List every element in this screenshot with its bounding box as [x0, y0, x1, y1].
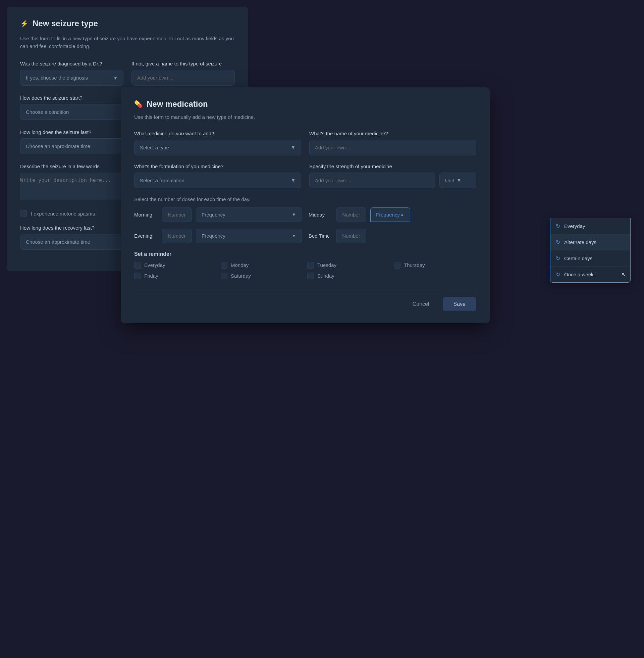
bedtime-label: Bed Time [308, 233, 332, 239]
saturday-checkbox[interactable] [221, 272, 227, 279]
med-type-select[interactable]: Select a type ▼ [134, 140, 301, 155]
certain-icon: ↻ [556, 255, 560, 262]
evening-label: Evening [134, 233, 158, 239]
medication-modal-subtitle: Use this form to manually add a new type… [134, 113, 476, 121]
med-formulation-label: What's the formulation of you medicine? [134, 163, 301, 169]
save-button[interactable]: Save [443, 297, 476, 311]
thursday-checkbox[interactable] [394, 262, 400, 268]
doses-grid: Morning Frequency ▼ Midday Frequency ▲ E… [134, 207, 476, 243]
medication-modal-title: New medication [146, 100, 208, 109]
freq-option-once[interactable]: ↻ Once a week ↖ [550, 267, 630, 282]
diagnosis-select[interactable]: If yes, choose the diagnosis ▼ [20, 70, 123, 86]
diagnosis-label: Was the seizure diagnosed by a Dr.? [20, 61, 123, 66]
morning-freq-placeholder: Frequency [202, 212, 225, 218]
evening-freq-chevron: ▼ [292, 233, 296, 238]
freq-once-label: Once a week [564, 271, 594, 277]
midday-number-input[interactable] [336, 207, 366, 222]
reminder-section: Set a reminder Everyday Monday Tuesday T… [134, 251, 476, 279]
day-monday: Monday [221, 262, 303, 268]
day-tuesday: Tuesday [307, 262, 390, 268]
thursday-label: Thursday [404, 262, 425, 268]
reminder-label: Set a reminder [134, 251, 476, 257]
med-type-label: What medicine do you want to add? [134, 131, 301, 136]
med-type-group: What medicine do you want to add? Select… [134, 131, 301, 155]
med-strength-input[interactable] [309, 173, 435, 188]
midday-freq-select[interactable]: Frequency ▲ [370, 207, 410, 222]
saturday-label: Saturday [231, 273, 251, 279]
doses-section: Select the number of doses for each time… [134, 196, 476, 243]
morning-number-input[interactable] [162, 207, 192, 222]
med-row-2: What's the formulation of you medicine? … [134, 163, 476, 188]
monday-checkbox[interactable] [221, 262, 227, 268]
everyday-checkbox[interactable] [134, 262, 141, 268]
recovery-placeholder: Choose an approximate time [26, 239, 90, 245]
morning-label: Morning [134, 212, 158, 218]
bedtime-dose-row: Bed Time [308, 228, 476, 243]
cursor-icon: ↖ [621, 271, 626, 278]
seizure-name-group: If not, give a name to this type of seiz… [132, 61, 235, 86]
days-grid: Everyday Monday Tuesday Thursday Friday … [134, 262, 476, 279]
med-name-group: What's the name of your medicine? [309, 131, 476, 155]
tuesday-checkbox[interactable] [307, 262, 314, 268]
freq-option-alternate[interactable]: ↻ Alternate days [550, 234, 630, 250]
freq-option-everyday[interactable]: ↻ Everyday [550, 218, 630, 234]
med-formulation-placeholder: Select a formulation [140, 178, 184, 183]
seizure-modal-subtitle: Use this form to fill in a new type of s… [20, 35, 235, 50]
seizure-start-placeholder: Choose a condition [26, 109, 69, 115]
midday-dose-row: Midday Frequency ▲ [308, 207, 476, 222]
med-strength-row: Unit ▼ [309, 173, 476, 188]
day-sunday: Sunday [307, 272, 390, 279]
med-strength-group: Specify the strength of your medicine Un… [309, 163, 476, 188]
spasms-checkbox[interactable] [20, 210, 27, 217]
spasms-label: I experience motoric spasms [31, 211, 95, 217]
evening-freq-select[interactable]: Frequency ▼ [196, 228, 302, 243]
evening-freq-placeholder: Frequency [202, 233, 225, 239]
med-name-input[interactable] [309, 140, 476, 155]
med-formulation-group: What's the formulation of you medicine? … [134, 163, 301, 188]
seizure-modal-title: New seizure type [32, 19, 98, 28]
freq-option-certain[interactable]: ↻ Certain days [550, 250, 630, 267]
unit-label: Unit [445, 178, 454, 183]
lightning-icon: ⚡ [20, 20, 28, 27]
midday-label: Midday [308, 212, 332, 218]
morning-freq-chevron: ▼ [292, 212, 296, 217]
med-formulation-chevron: ▼ [291, 178, 296, 183]
freq-alternate-label: Alternate days [564, 239, 596, 245]
seizure-name-label: If not, give a name to this type of seiz… [132, 61, 235, 66]
med-row-1: What medicine do you want to add? Select… [134, 131, 476, 155]
morning-dose-row: Morning Frequency ▼ [134, 207, 302, 222]
diagnosis-chevron: ▼ [113, 75, 118, 81]
friday-checkbox[interactable] [134, 272, 141, 279]
unit-chevron: ▼ [457, 178, 462, 183]
midday-freq-value: Frequency [376, 212, 400, 218]
seizure-name-input[interactable] [132, 70, 235, 86]
everyday-label: Everyday [144, 262, 165, 268]
med-name-label: What's the name of your medicine? [309, 131, 476, 136]
bedtime-number-input[interactable] [336, 228, 366, 243]
morning-freq-select[interactable]: Frequency ▼ [196, 207, 302, 222]
evening-number-input[interactable] [162, 228, 192, 243]
frequency-dropdown: ↻ Everyday ↻ Alternate days ↻ Certain da… [550, 218, 630, 283]
day-everyday: Everyday [134, 262, 217, 268]
midday-freq-chevron-up: ▲ [400, 212, 405, 217]
medication-modal-header: 💊 New medication [134, 100, 476, 109]
once-icon: ↻ [556, 271, 560, 278]
med-formulation-select[interactable]: Select a formulation ▼ [134, 173, 301, 188]
medication-modal: 💊 New medication Use this form to manual… [121, 87, 490, 323]
modal-footer: Cancel Save [134, 290, 476, 311]
alternate-icon: ↻ [556, 239, 560, 245]
cancel-button[interactable]: Cancel [405, 297, 437, 311]
unit-select[interactable]: Unit ▼ [439, 173, 476, 188]
seizure-duration-placeholder: Choose an approximate time [26, 144, 90, 149]
freq-certain-label: Certain days [564, 256, 592, 261]
day-thursday: Thursday [394, 262, 476, 268]
doses-section-label: Select the number of doses for each time… [134, 196, 476, 202]
pill-icon: 💊 [134, 100, 142, 108]
friday-label: Friday [144, 273, 158, 279]
everyday-icon: ↻ [556, 223, 560, 229]
tuesday-label: Tuesday [317, 262, 337, 268]
day-saturday: Saturday [221, 272, 303, 279]
sunday-checkbox[interactable] [307, 272, 314, 279]
med-strength-label: Specify the strength of your medicine [309, 163, 476, 169]
diagnosis-group: Was the seizure diagnosed by a Dr.? If y… [20, 61, 123, 86]
